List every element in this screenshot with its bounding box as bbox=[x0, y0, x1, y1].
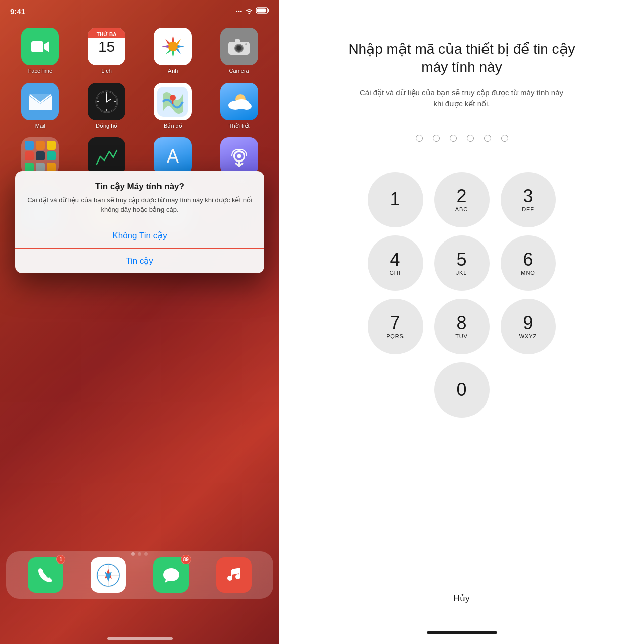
app-maps[interactable]: Bản đồ bbox=[142, 83, 204, 129]
phone-badge: 1 bbox=[56, 555, 65, 564]
dot-2 bbox=[433, 135, 440, 142]
key-0[interactable]: 0 bbox=[434, 362, 490, 418]
mail-icon bbox=[21, 83, 59, 120]
clock-label: Đồng hồ bbox=[96, 123, 117, 129]
key-2[interactable]: 2 ABC bbox=[434, 172, 490, 227]
app-mail[interactable]: Mail bbox=[9, 83, 71, 129]
iphone-screen: 9:41 ▪▪▪ FaceTime THỨ BA 15 Lịch bbox=[0, 0, 279, 644]
app-camera[interactable]: Camera bbox=[208, 28, 270, 74]
trust-dialog-title: Tin cậy Máy tính này? bbox=[25, 181, 254, 192]
camera-icon bbox=[220, 28, 258, 65]
app-facetime[interactable]: FaceTime bbox=[9, 28, 71, 74]
stocks-icon bbox=[88, 137, 125, 175]
app-calendar[interactable]: THỨ BA 15 Lịch bbox=[75, 28, 138, 74]
svg-point-9 bbox=[237, 46, 242, 50]
weather-icon bbox=[220, 83, 258, 120]
dot-1 bbox=[416, 135, 423, 142]
key-4[interactable]: 4 GHI bbox=[368, 235, 423, 291]
safari-icon bbox=[91, 557, 126, 593]
dock-messages[interactable]: 89 bbox=[153, 557, 189, 593]
home-indicator bbox=[107, 637, 173, 640]
key-9[interactable]: 9 WXYZ bbox=[501, 299, 556, 354]
photos-icon bbox=[154, 28, 192, 65]
battery-icon bbox=[256, 7, 269, 15]
passcode-dots bbox=[416, 135, 508, 142]
passcode-panel: Nhập mật mã của thiết bị để tin cậy máy … bbox=[279, 0, 644, 644]
trust-dialog-content: Tin cậy Máy tính này? Cài đặt và dữ liệu… bbox=[15, 171, 264, 215]
svg-point-11 bbox=[245, 43, 247, 45]
key-5[interactable]: 5 JKL bbox=[434, 235, 490, 291]
key-1[interactable]: 1 bbox=[368, 172, 423, 227]
svg-point-50 bbox=[163, 568, 179, 581]
signal-icon: ▪▪▪ bbox=[235, 8, 242, 15]
dock-music[interactable] bbox=[216, 557, 252, 593]
camera-label: Camera bbox=[229, 68, 249, 74]
dot-4 bbox=[467, 135, 474, 142]
trust-dialog-message: Cài đặt và dữ liệu của bạn sẽ truy cập đ… bbox=[25, 196, 254, 215]
svg-rect-10 bbox=[235, 39, 240, 43]
maps-icon bbox=[154, 83, 192, 120]
weather-label: Thời tiết bbox=[229, 123, 250, 129]
phone-icon: 1 bbox=[28, 557, 63, 593]
key-3[interactable]: 3 DEF bbox=[501, 172, 556, 227]
cancel-button[interactable]: Hủy bbox=[454, 593, 470, 604]
dock-phone[interactable]: 1 bbox=[28, 557, 63, 593]
app-clock[interactable]: Đồng hồ bbox=[75, 83, 138, 129]
dont-trust-button[interactable]: Không Tin cậy bbox=[15, 223, 264, 248]
key-8[interactable]: 8 TUV bbox=[434, 299, 490, 354]
messages-badge: 89 bbox=[181, 555, 191, 564]
mail-label: Mail bbox=[35, 123, 45, 129]
messages-icon: 89 bbox=[153, 557, 189, 593]
wifi-icon bbox=[245, 8, 253, 15]
calendar-icon: THỨ BA 15 bbox=[88, 28, 125, 65]
facetime-label: FaceTime bbox=[28, 68, 53, 74]
app-photos[interactable]: Ảnh bbox=[142, 28, 204, 74]
notes-folder-icon bbox=[21, 137, 59, 175]
key-6[interactable]: 6 MNO bbox=[501, 235, 556, 291]
dot-3 bbox=[450, 135, 457, 142]
trust-button[interactable]: Tin cậy bbox=[15, 248, 264, 273]
clock-icon bbox=[88, 83, 125, 120]
music-icon bbox=[216, 557, 252, 593]
svg-rect-1 bbox=[257, 9, 266, 13]
appstore-icon: A bbox=[154, 137, 192, 175]
status-bar: 9:41 ▪▪▪ bbox=[0, 0, 279, 22]
status-time: 9:41 bbox=[10, 7, 25, 16]
passcode-subtitle: Cài đặt và dữ liệu của bạn sẽ truy cập đ… bbox=[356, 87, 568, 110]
podcasts-icon bbox=[220, 137, 258, 175]
svg-marker-4 bbox=[44, 41, 49, 52]
calendar-label: Lịch bbox=[101, 68, 112, 74]
dot-6 bbox=[501, 135, 508, 142]
keypad-bottom-row: 0 bbox=[434, 362, 490, 418]
keypad: 1 2 ABC 3 DEF 4 GHI 5 JKL 6 MNO 7 PQRS 8 bbox=[366, 172, 557, 354]
dock: 1 89 bbox=[6, 551, 273, 599]
key-7[interactable]: 7 PQRS bbox=[368, 299, 423, 354]
app-weather[interactable]: Thời tiết bbox=[208, 83, 270, 129]
svg-text:A: A bbox=[167, 146, 179, 167]
svg-rect-3 bbox=[31, 41, 43, 52]
status-icons: ▪▪▪ bbox=[235, 7, 269, 15]
maps-label: Bản đồ bbox=[164, 123, 182, 129]
trust-dialog: Tin cậy Máy tính này? Cài đặt và dữ liệu… bbox=[15, 171, 264, 273]
photos-label: Ảnh bbox=[168, 68, 178, 74]
facetime-icon bbox=[21, 28, 59, 65]
svg-point-22 bbox=[106, 101, 107, 102]
dot-5 bbox=[484, 135, 491, 142]
svg-point-28 bbox=[242, 103, 252, 110]
dock-safari[interactable] bbox=[91, 557, 126, 593]
passcode-title: Nhập mật mã của thiết bị để tin cậy máy … bbox=[341, 40, 583, 77]
svg-point-31 bbox=[237, 154, 241, 158]
svg-rect-2 bbox=[268, 9, 269, 12]
home-indicator-right bbox=[427, 631, 497, 634]
